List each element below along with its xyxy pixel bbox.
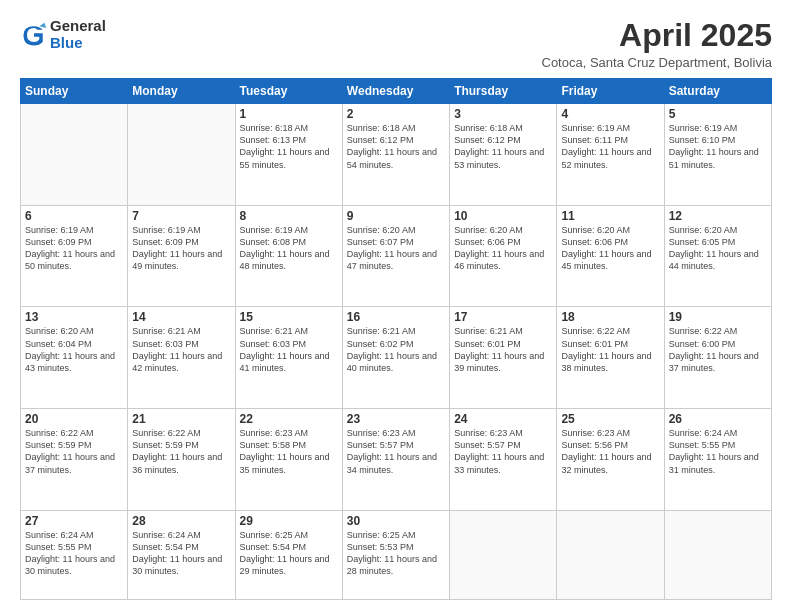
table-row: 2Sunrise: 6:18 AM Sunset: 6:12 PM Daylig… (342, 104, 449, 206)
table-row: 30Sunrise: 6:25 AM Sunset: 5:53 PM Dayli… (342, 510, 449, 599)
table-row: 12Sunrise: 6:20 AM Sunset: 6:05 PM Dayli… (664, 205, 771, 307)
day-number: 10 (454, 209, 552, 223)
day-number: 12 (669, 209, 767, 223)
title-area: April 2025 Cotoca, Santa Cruz Department… (542, 18, 773, 70)
table-row (664, 510, 771, 599)
col-friday: Friday (557, 79, 664, 104)
day-info: Sunrise: 6:23 AM Sunset: 5:57 PM Dayligh… (347, 427, 445, 476)
table-row: 7Sunrise: 6:19 AM Sunset: 6:09 PM Daylig… (128, 205, 235, 307)
table-row (21, 104, 128, 206)
day-number: 6 (25, 209, 123, 223)
day-number: 28 (132, 514, 230, 528)
header: General Blue April 2025 Cotoca, Santa Cr… (20, 18, 772, 70)
col-saturday: Saturday (664, 79, 771, 104)
table-row: 14Sunrise: 6:21 AM Sunset: 6:03 PM Dayli… (128, 307, 235, 409)
day-number: 11 (561, 209, 659, 223)
day-info: Sunrise: 6:21 AM Sunset: 6:03 PM Dayligh… (240, 325, 338, 374)
table-row: 19Sunrise: 6:22 AM Sunset: 6:00 PM Dayli… (664, 307, 771, 409)
table-row: 15Sunrise: 6:21 AM Sunset: 6:03 PM Dayli… (235, 307, 342, 409)
day-info: Sunrise: 6:19 AM Sunset: 6:11 PM Dayligh… (561, 122, 659, 171)
day-info: Sunrise: 6:19 AM Sunset: 6:08 PM Dayligh… (240, 224, 338, 273)
day-info: Sunrise: 6:23 AM Sunset: 5:57 PM Dayligh… (454, 427, 552, 476)
table-row: 16Sunrise: 6:21 AM Sunset: 6:02 PM Dayli… (342, 307, 449, 409)
col-tuesday: Tuesday (235, 79, 342, 104)
day-number: 27 (25, 514, 123, 528)
day-number: 26 (669, 412, 767, 426)
table-row: 5Sunrise: 6:19 AM Sunset: 6:10 PM Daylig… (664, 104, 771, 206)
day-info: Sunrise: 6:23 AM Sunset: 5:56 PM Dayligh… (561, 427, 659, 476)
table-row: 17Sunrise: 6:21 AM Sunset: 6:01 PM Dayli… (450, 307, 557, 409)
day-info: Sunrise: 6:20 AM Sunset: 6:05 PM Dayligh… (669, 224, 767, 273)
day-number: 9 (347, 209, 445, 223)
table-row: 8Sunrise: 6:19 AM Sunset: 6:08 PM Daylig… (235, 205, 342, 307)
day-info: Sunrise: 6:21 AM Sunset: 6:02 PM Dayligh… (347, 325, 445, 374)
table-row: 9Sunrise: 6:20 AM Sunset: 6:07 PM Daylig… (342, 205, 449, 307)
logo: General Blue (20, 18, 106, 51)
day-number: 4 (561, 107, 659, 121)
day-info: Sunrise: 6:22 AM Sunset: 6:00 PM Dayligh… (669, 325, 767, 374)
day-info: Sunrise: 6:18 AM Sunset: 6:13 PM Dayligh… (240, 122, 338, 171)
day-number: 29 (240, 514, 338, 528)
day-info: Sunrise: 6:25 AM Sunset: 5:53 PM Dayligh… (347, 529, 445, 578)
col-wednesday: Wednesday (342, 79, 449, 104)
table-row: 1Sunrise: 6:18 AM Sunset: 6:13 PM Daylig… (235, 104, 342, 206)
table-row: 29Sunrise: 6:25 AM Sunset: 5:54 PM Dayli… (235, 510, 342, 599)
day-info: Sunrise: 6:23 AM Sunset: 5:58 PM Dayligh… (240, 427, 338, 476)
table-row: 13Sunrise: 6:20 AM Sunset: 6:04 PM Dayli… (21, 307, 128, 409)
table-row: 21Sunrise: 6:22 AM Sunset: 5:59 PM Dayli… (128, 409, 235, 511)
table-row (128, 104, 235, 206)
calendar-table: Sunday Monday Tuesday Wednesday Thursday… (20, 78, 772, 600)
table-row: 4Sunrise: 6:19 AM Sunset: 6:11 PM Daylig… (557, 104, 664, 206)
day-info: Sunrise: 6:20 AM Sunset: 6:07 PM Dayligh… (347, 224, 445, 273)
day-number: 18 (561, 310, 659, 324)
day-info: Sunrise: 6:19 AM Sunset: 6:09 PM Dayligh… (132, 224, 230, 273)
table-row: 6Sunrise: 6:19 AM Sunset: 6:09 PM Daylig… (21, 205, 128, 307)
day-number: 15 (240, 310, 338, 324)
table-row: 25Sunrise: 6:23 AM Sunset: 5:56 PM Dayli… (557, 409, 664, 511)
day-number: 19 (669, 310, 767, 324)
table-row (450, 510, 557, 599)
col-thursday: Thursday (450, 79, 557, 104)
day-number: 2 (347, 107, 445, 121)
day-info: Sunrise: 6:24 AM Sunset: 5:54 PM Dayligh… (132, 529, 230, 578)
table-row: 3Sunrise: 6:18 AM Sunset: 6:12 PM Daylig… (450, 104, 557, 206)
day-info: Sunrise: 6:25 AM Sunset: 5:54 PM Dayligh… (240, 529, 338, 578)
day-info: Sunrise: 6:24 AM Sunset: 5:55 PM Dayligh… (669, 427, 767, 476)
day-number: 17 (454, 310, 552, 324)
day-info: Sunrise: 6:22 AM Sunset: 6:01 PM Dayligh… (561, 325, 659, 374)
table-row: 10Sunrise: 6:20 AM Sunset: 6:06 PM Dayli… (450, 205, 557, 307)
table-row: 18Sunrise: 6:22 AM Sunset: 6:01 PM Dayli… (557, 307, 664, 409)
day-number: 8 (240, 209, 338, 223)
day-info: Sunrise: 6:18 AM Sunset: 6:12 PM Dayligh… (347, 122, 445, 171)
day-info: Sunrise: 6:20 AM Sunset: 6:06 PM Dayligh… (561, 224, 659, 273)
day-info: Sunrise: 6:21 AM Sunset: 6:03 PM Dayligh… (132, 325, 230, 374)
day-info: Sunrise: 6:18 AM Sunset: 6:12 PM Dayligh… (454, 122, 552, 171)
day-number: 23 (347, 412, 445, 426)
logo-icon (20, 21, 48, 49)
day-number: 21 (132, 412, 230, 426)
day-number: 20 (25, 412, 123, 426)
day-number: 7 (132, 209, 230, 223)
day-info: Sunrise: 6:19 AM Sunset: 6:09 PM Dayligh… (25, 224, 123, 273)
day-number: 22 (240, 412, 338, 426)
day-number: 24 (454, 412, 552, 426)
day-info: Sunrise: 6:20 AM Sunset: 6:04 PM Dayligh… (25, 325, 123, 374)
day-info: Sunrise: 6:20 AM Sunset: 6:06 PM Dayligh… (454, 224, 552, 273)
month-title: April 2025 (542, 18, 773, 53)
day-number: 1 (240, 107, 338, 121)
day-info: Sunrise: 6:22 AM Sunset: 5:59 PM Dayligh… (25, 427, 123, 476)
table-row: 23Sunrise: 6:23 AM Sunset: 5:57 PM Dayli… (342, 409, 449, 511)
subtitle: Cotoca, Santa Cruz Department, Bolivia (542, 55, 773, 70)
day-number: 30 (347, 514, 445, 528)
logo-general-text: General (50, 18, 106, 35)
day-number: 3 (454, 107, 552, 121)
day-info: Sunrise: 6:21 AM Sunset: 6:01 PM Dayligh… (454, 325, 552, 374)
day-number: 14 (132, 310, 230, 324)
table-row: 11Sunrise: 6:20 AM Sunset: 6:06 PM Dayli… (557, 205, 664, 307)
day-info: Sunrise: 6:22 AM Sunset: 5:59 PM Dayligh… (132, 427, 230, 476)
table-row: 28Sunrise: 6:24 AM Sunset: 5:54 PM Dayli… (128, 510, 235, 599)
table-row: 26Sunrise: 6:24 AM Sunset: 5:55 PM Dayli… (664, 409, 771, 511)
col-sunday: Sunday (21, 79, 128, 104)
day-number: 13 (25, 310, 123, 324)
day-info: Sunrise: 6:24 AM Sunset: 5:55 PM Dayligh… (25, 529, 123, 578)
